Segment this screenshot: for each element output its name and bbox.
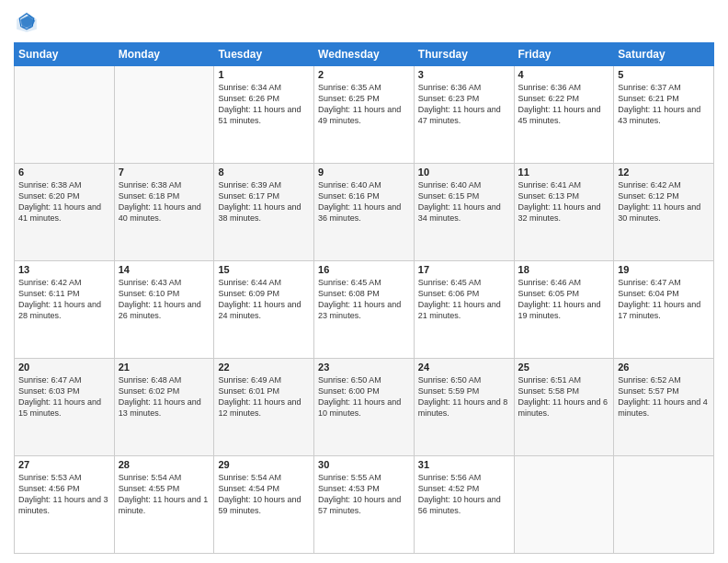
day-info: Sunrise: 6:40 AM Sunset: 6:16 PM Dayligh… xyxy=(318,179,410,224)
calendar-cell: 8Sunrise: 6:39 AM Sunset: 6:17 PM Daylig… xyxy=(214,164,314,261)
day-number: 5 xyxy=(618,69,710,80)
calendar-cell xyxy=(614,456,714,554)
day-number: 13 xyxy=(18,264,110,275)
weekday-header-wednesday: Wednesday xyxy=(314,43,415,66)
day-number: 12 xyxy=(618,167,710,178)
day-number: 4 xyxy=(518,69,610,80)
day-info: Sunrise: 5:55 AM Sunset: 4:53 PM Dayligh… xyxy=(318,472,410,517)
day-number: 17 xyxy=(418,264,510,275)
day-number: 21 xyxy=(119,362,210,373)
calendar-cell: 20Sunrise: 6:47 AM Sunset: 6:03 PM Dayli… xyxy=(15,359,115,456)
week-row-1: 1Sunrise: 6:34 AM Sunset: 6:26 PM Daylig… xyxy=(15,66,714,164)
day-number: 19 xyxy=(618,264,710,275)
day-info: Sunrise: 5:56 AM Sunset: 4:52 PM Dayligh… xyxy=(418,472,510,517)
day-info: Sunrise: 6:36 AM Sunset: 6:22 PM Dayligh… xyxy=(518,82,610,127)
day-number: 28 xyxy=(119,459,210,470)
logo xyxy=(14,9,43,35)
weekday-header-tuesday: Tuesday xyxy=(214,43,314,66)
day-number: 8 xyxy=(218,167,310,178)
day-number: 10 xyxy=(418,167,510,178)
weekday-header-friday: Friday xyxy=(514,43,614,66)
calendar-cell: 16Sunrise: 6:45 AM Sunset: 6:08 PM Dayli… xyxy=(314,261,415,359)
calendar-cell: 22Sunrise: 6:49 AM Sunset: 6:01 PM Dayli… xyxy=(214,359,314,456)
calendar-cell: 25Sunrise: 6:51 AM Sunset: 5:58 PM Dayli… xyxy=(514,359,614,456)
day-info: Sunrise: 6:44 AM Sunset: 6:09 PM Dayligh… xyxy=(218,277,310,322)
day-info: Sunrise: 6:35 AM Sunset: 6:25 PM Dayligh… xyxy=(318,82,410,127)
page: SundayMondayTuesdayWednesdayThursdayFrid… xyxy=(0,0,728,563)
weekday-header-row: SundayMondayTuesdayWednesdayThursdayFrid… xyxy=(15,43,714,66)
calendar-cell: 9Sunrise: 6:40 AM Sunset: 6:16 PM Daylig… xyxy=(314,164,415,261)
calendar-cell: 1Sunrise: 6:34 AM Sunset: 6:26 PM Daylig… xyxy=(214,66,314,164)
day-number: 23 xyxy=(318,362,410,373)
calendar-cell: 27Sunrise: 5:53 AM Sunset: 4:56 PM Dayli… xyxy=(15,456,115,554)
day-number: 3 xyxy=(418,69,510,80)
day-number: 11 xyxy=(518,167,610,178)
day-number: 16 xyxy=(318,264,410,275)
day-info: Sunrise: 6:45 AM Sunset: 6:08 PM Dayligh… xyxy=(318,277,410,322)
weekday-header-sunday: Sunday xyxy=(15,43,115,66)
calendar-cell: 17Sunrise: 6:45 AM Sunset: 6:06 PM Dayli… xyxy=(414,261,514,359)
day-number: 27 xyxy=(18,459,110,470)
header xyxy=(14,9,714,35)
weekday-header-thursday: Thursday xyxy=(414,43,514,66)
week-row-3: 13Sunrise: 6:42 AM Sunset: 6:11 PM Dayli… xyxy=(15,261,714,359)
day-number: 30 xyxy=(318,459,410,470)
day-info: Sunrise: 6:43 AM Sunset: 6:10 PM Dayligh… xyxy=(119,277,210,322)
calendar-cell xyxy=(514,456,614,554)
day-number: 7 xyxy=(119,167,210,178)
calendar-cell: 10Sunrise: 6:40 AM Sunset: 6:15 PM Dayli… xyxy=(414,164,514,261)
day-number: 18 xyxy=(518,264,610,275)
calendar-cell: 31Sunrise: 5:56 AM Sunset: 4:52 PM Dayli… xyxy=(414,456,514,554)
day-number: 9 xyxy=(318,167,410,178)
calendar-cell: 6Sunrise: 6:38 AM Sunset: 6:20 PM Daylig… xyxy=(15,164,115,261)
day-number: 14 xyxy=(119,264,210,275)
day-info: Sunrise: 6:42 AM Sunset: 6:12 PM Dayligh… xyxy=(618,179,710,224)
day-number: 1 xyxy=(218,69,310,80)
day-info: Sunrise: 5:53 AM Sunset: 4:56 PM Dayligh… xyxy=(18,472,110,517)
week-row-4: 20Sunrise: 6:47 AM Sunset: 6:03 PM Dayli… xyxy=(15,359,714,456)
day-info: Sunrise: 6:39 AM Sunset: 6:17 PM Dayligh… xyxy=(218,179,310,224)
day-number: 31 xyxy=(418,459,510,470)
calendar-cell xyxy=(15,66,115,164)
calendar-cell: 26Sunrise: 6:52 AM Sunset: 5:57 PM Dayli… xyxy=(614,359,714,456)
day-info: Sunrise: 6:36 AM Sunset: 6:23 PM Dayligh… xyxy=(418,82,510,127)
week-row-5: 27Sunrise: 5:53 AM Sunset: 4:56 PM Dayli… xyxy=(15,456,714,554)
day-info: Sunrise: 6:49 AM Sunset: 6:01 PM Dayligh… xyxy=(218,374,310,419)
week-row-2: 6Sunrise: 6:38 AM Sunset: 6:20 PM Daylig… xyxy=(15,164,714,261)
weekday-header-monday: Monday xyxy=(114,43,214,66)
day-number: 24 xyxy=(418,362,510,373)
calendar-cell: 23Sunrise: 6:50 AM Sunset: 6:00 PM Dayli… xyxy=(314,359,415,456)
calendar-table: SundayMondayTuesdayWednesdayThursdayFrid… xyxy=(14,42,714,554)
day-number: 22 xyxy=(218,362,310,373)
calendar-cell: 14Sunrise: 6:43 AM Sunset: 6:10 PM Dayli… xyxy=(114,261,214,359)
day-number: 20 xyxy=(18,362,110,373)
calendar-cell: 18Sunrise: 6:46 AM Sunset: 6:05 PM Dayli… xyxy=(514,261,614,359)
day-info: Sunrise: 6:45 AM Sunset: 6:06 PM Dayligh… xyxy=(418,277,510,322)
day-info: Sunrise: 6:46 AM Sunset: 6:05 PM Dayligh… xyxy=(518,277,610,322)
calendar-cell: 7Sunrise: 6:38 AM Sunset: 6:18 PM Daylig… xyxy=(114,164,214,261)
day-info: Sunrise: 5:54 AM Sunset: 4:54 PM Dayligh… xyxy=(218,472,310,517)
calendar-cell: 19Sunrise: 6:47 AM Sunset: 6:04 PM Dayli… xyxy=(614,261,714,359)
day-number: 25 xyxy=(518,362,610,373)
day-number: 26 xyxy=(618,362,710,373)
day-number: 29 xyxy=(218,459,310,470)
calendar-cell xyxy=(114,66,214,164)
day-info: Sunrise: 6:34 AM Sunset: 6:26 PM Dayligh… xyxy=(218,82,310,127)
day-info: Sunrise: 6:50 AM Sunset: 5:59 PM Dayligh… xyxy=(418,374,510,419)
calendar-cell: 3Sunrise: 6:36 AM Sunset: 6:23 PM Daylig… xyxy=(414,66,514,164)
calendar-cell: 13Sunrise: 6:42 AM Sunset: 6:11 PM Dayli… xyxy=(15,261,115,359)
calendar-cell: 2Sunrise: 6:35 AM Sunset: 6:25 PM Daylig… xyxy=(314,66,415,164)
calendar-cell: 30Sunrise: 5:55 AM Sunset: 4:53 PM Dayli… xyxy=(314,456,415,554)
calendar-cell: 11Sunrise: 6:41 AM Sunset: 6:13 PM Dayli… xyxy=(514,164,614,261)
day-number: 6 xyxy=(18,167,110,178)
day-info: Sunrise: 6:51 AM Sunset: 5:58 PM Dayligh… xyxy=(518,374,610,419)
day-info: Sunrise: 6:40 AM Sunset: 6:15 PM Dayligh… xyxy=(418,179,510,224)
calendar-cell: 12Sunrise: 6:42 AM Sunset: 6:12 PM Dayli… xyxy=(614,164,714,261)
logo-icon xyxy=(14,9,40,35)
day-info: Sunrise: 6:48 AM Sunset: 6:02 PM Dayligh… xyxy=(119,374,210,419)
day-number: 2 xyxy=(318,69,410,80)
calendar-cell: 4Sunrise: 6:36 AM Sunset: 6:22 PM Daylig… xyxy=(514,66,614,164)
day-info: Sunrise: 6:52 AM Sunset: 5:57 PM Dayligh… xyxy=(618,374,710,419)
day-info: Sunrise: 6:47 AM Sunset: 6:04 PM Dayligh… xyxy=(618,277,710,322)
day-number: 15 xyxy=(218,264,310,275)
